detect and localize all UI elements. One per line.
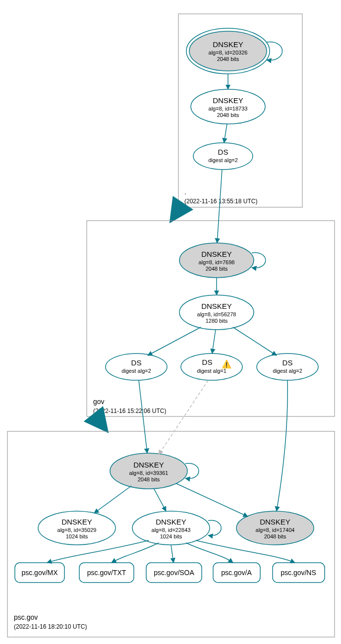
zone-root-label: .	[184, 188, 186, 196]
svg-text:2048 bits: 2048 bits	[217, 56, 239, 62]
svg-text:DNSKEY: DNSKEY	[213, 40, 243, 49]
svg-point-26	[257, 353, 318, 380]
edge-gov-zsk-to-ds2	[212, 330, 216, 353]
edge-psc-ksk-to-k2	[154, 488, 166, 511]
svg-text:alg=8, id=56278: alg=8, id=56278	[197, 311, 236, 317]
node-rr-ns: psc.gov/NS	[273, 563, 325, 583]
svg-text:alg=8, id=17404: alg=8, id=17404	[256, 527, 295, 533]
edge-root-ksk-selfloop	[267, 42, 283, 60]
svg-text:2048 bits: 2048 bits	[138, 476, 160, 482]
svg-text:alg=8, id=20326: alg=8, id=20326	[209, 50, 248, 56]
svg-text:psc.gov/A: psc.gov/A	[221, 569, 252, 577]
node-gov-ds2: DS digest alg=1 ⚠️	[181, 353, 242, 380]
zone-psc-label: psc.gov	[14, 613, 38, 621]
zone-gov-timestamp: (2022-11-16 15:22:06 UTC)	[93, 408, 166, 414]
node-rr-soa: psc.gov/SOA	[146, 563, 202, 583]
node-psc-k3: DNSKEY alg=8, id=17404 2048 bits	[236, 511, 314, 545]
svg-text:DNSKEY: DNSKEY	[260, 518, 290, 526]
edge-psc-k2-to-a	[186, 543, 233, 563]
node-root-ds: DS digest alg=2	[193, 143, 253, 170]
svg-text:1280 bits: 1280 bits	[206, 318, 228, 324]
node-root-zsk: DNSKEY alg=8, id=18733 2048 bits	[191, 89, 265, 124]
edge-psc-ksk-to-k1	[94, 486, 131, 513]
edge-gov-ds3-to-psc-k3	[277, 380, 287, 511]
node-rr-a: psc.gov/A	[213, 563, 260, 583]
svg-text:DNSKEY: DNSKEY	[133, 461, 164, 469]
edge-psc-k2-to-txt	[112, 543, 159, 563]
zone-psc-timestamp: (2022-11-16 18:20:10 UTC)	[14, 623, 87, 630]
edge-psc-k2-selfloop	[208, 521, 221, 536]
node-root-ksk: DNSKEY alg=8, id=20326 2048 bits	[186, 28, 270, 74]
node-psc-k1: DNSKEY alg=8, id=35029 1024 bits	[38, 511, 115, 545]
node-gov-ksk: DNSKEY alg=8, id=7698 2048 bits	[179, 243, 254, 278]
svg-text:2048 bits: 2048 bits	[217, 112, 239, 118]
edge-root-ds-to-gov-ksk	[217, 170, 222, 243]
svg-text:DS: DS	[283, 358, 293, 367]
svg-text:2048 bits: 2048 bits	[264, 533, 286, 539]
svg-point-20	[106, 353, 167, 380]
svg-text:DNSKEY: DNSKEY	[201, 250, 232, 258]
edge-gov-zsk-to-ds3	[233, 327, 277, 355]
edge-psc-k2-to-soa	[171, 545, 173, 563]
svg-text:digest alg=2: digest alg=2	[208, 157, 238, 163]
edge-gov-ds2-to-psc-ksk	[159, 380, 208, 455]
edge-gov-zsk-to-ds1	[148, 327, 201, 355]
svg-text:digest alg=2: digest alg=2	[121, 368, 151, 374]
svg-text:psc.gov/MX: psc.gov/MX	[21, 569, 58, 577]
svg-text:alg=8, id=18733: alg=8, id=18733	[209, 106, 248, 112]
svg-text:DNSKEY: DNSKEY	[61, 518, 92, 526]
svg-text:psc.gov/SOA: psc.gov/SOA	[154, 569, 194, 577]
svg-text:1024 bits: 1024 bits	[160, 533, 182, 539]
svg-text:psc.gov/NS: psc.gov/NS	[281, 569, 316, 577]
edge-root-zsk-to-ds	[224, 124, 227, 143]
zone-root-timestamp: (2022-11-16 13:55:18 UTC)	[184, 198, 257, 205]
svg-text:digest alg=1: digest alg=1	[197, 368, 227, 374]
node-gov-ds3: DS digest alg=2	[257, 353, 318, 380]
node-rr-txt: psc.gov/TXT	[79, 563, 134, 583]
svg-text:alg=8, id=22843: alg=8, id=22843	[152, 527, 191, 533]
svg-text:1024 bits: 1024 bits	[66, 533, 88, 539]
svg-text:psc.gov/TXT: psc.gov/TXT	[87, 569, 126, 577]
svg-text:2048 bits: 2048 bits	[206, 266, 228, 272]
node-gov-zsk: DNSKEY alg=8, id=56278 1280 bits	[179, 295, 254, 330]
warning-icon: ⚠️	[222, 359, 231, 369]
node-gov-ds1: DS digest alg=2	[106, 353, 167, 380]
svg-text:DS: DS	[218, 148, 228, 156]
svg-point-9	[193, 143, 253, 170]
edge-root-delegation	[173, 208, 179, 217]
svg-text:alg=8, id=35029: alg=8, id=35029	[57, 527, 97, 533]
svg-text:DNSKEY: DNSKEY	[156, 518, 186, 526]
svg-text:alg=8, id=39361: alg=8, id=39361	[129, 470, 169, 476]
edge-psc-ksk-to-k3	[176, 483, 248, 517]
node-rr-mx: psc.gov/MX	[15, 563, 64, 583]
svg-text:alg=8, id=7698: alg=8, id=7698	[199, 259, 235, 265]
node-psc-ksk: DNSKEY alg=8, id=39361 2048 bits	[110, 453, 187, 489]
svg-text:DNSKEY: DNSKEY	[201, 302, 232, 310]
edge-gov-delegation	[97, 418, 104, 427]
zone-gov-label: gov	[93, 398, 105, 406]
svg-text:digest alg=2: digest alg=2	[273, 368, 302, 374]
svg-text:DNSKEY: DNSKEY	[213, 96, 243, 105]
node-psc-k2: DNSKEY alg=8, id=22843 1024 bits	[132, 511, 210, 545]
svg-text:DS: DS	[202, 358, 213, 366]
svg-text:DS: DS	[131, 358, 142, 367]
